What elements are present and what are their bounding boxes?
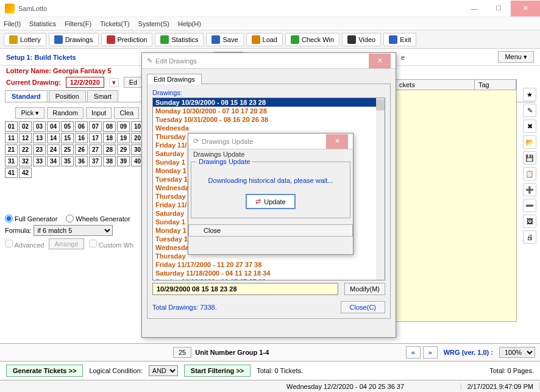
tickets-col-header[interactable]: ckets (396, 80, 475, 90)
number-cell-36[interactable]: 36 (75, 156, 88, 166)
remove-icon[interactable]: ➖ (523, 199, 536, 212)
tab-standard[interactable]: Standard (5, 90, 48, 102)
number-cell-26[interactable]: 26 (75, 144, 88, 155)
menu-system[interactable]: System(S) (138, 20, 169, 27)
number-cell-12[interactable]: 12 (19, 133, 32, 143)
drawing-item[interactable]: Wednesda (153, 124, 385, 132)
number-cell-41[interactable]: 41 (5, 168, 18, 178)
custom-checkbox[interactable]: Custom Wh (89, 240, 134, 249)
advanced-checkbox[interactable]: Advanced (5, 240, 44, 249)
generate-tickets-button[interactable]: Generate Tickets >> (6, 365, 83, 377)
close-button[interactable]: ✕ (511, 1, 540, 16)
number-cell-06[interactable]: 06 (75, 121, 88, 132)
formula-select[interactable]: if 6 match 5 (34, 225, 113, 236)
number-cell-01[interactable]: 01 (5, 121, 18, 132)
number-cell-19[interactable]: 19 (117, 133, 130, 143)
drawing-item[interactable]: Sunday 11/19/2000 - 11 15 17 27 32 (153, 277, 385, 280)
number-cell-42[interactable]: 42 (19, 168, 32, 178)
image-icon[interactable]: 🖼 (523, 215, 536, 228)
number-cell-13[interactable]: 13 (33, 133, 46, 143)
maximize-button[interactable]: ☐ (486, 1, 511, 16)
menu-tickets[interactable]: Tickets(T) (100, 20, 129, 27)
random-button[interactable]: Random (47, 107, 83, 119)
toolbar-lottery-button[interactable]: Lottery (4, 33, 46, 46)
number-cell-39[interactable]: 39 (117, 156, 130, 166)
tag-col-header[interactable]: Tag (475, 80, 516, 90)
modify-button[interactable]: Modify(M) (344, 283, 385, 295)
drawing-item[interactable]: Tuesday 10/31/2000 - 08 16 20 26 38 (153, 115, 385, 124)
current-drawing-value[interactable]: 12/2/2020 (66, 77, 104, 88)
number-cell-14[interactable]: 14 (47, 133, 60, 143)
drawings-scrollbar[interactable] (376, 98, 385, 280)
number-cell-25[interactable]: 25 (61, 144, 74, 155)
tab-position[interactable]: Position (49, 90, 86, 102)
star-icon[interactable]: ★ (523, 88, 536, 101)
toolbar-statistics-button[interactable]: Statistics (155, 33, 204, 46)
number-cell-07[interactable]: 07 (89, 121, 102, 132)
number-cell-18[interactable]: 18 (103, 133, 116, 143)
save-icon[interactable]: 💾 (523, 151, 536, 165)
number-cell-33[interactable]: 33 (33, 156, 46, 166)
number-cell-29[interactable]: 29 (117, 144, 130, 155)
unit-number-value[interactable]: 25 (173, 347, 191, 358)
page-prev-button[interactable]: « (406, 346, 421, 358)
toolbar-prediction-button[interactable]: Prediction (101, 33, 153, 46)
right-menu-button[interactable]: Menu ▾ (498, 51, 534, 63)
number-cell-04[interactable]: 04 (47, 121, 60, 132)
menu-filters[interactable]: Filters(F) (65, 20, 91, 27)
open-icon[interactable]: 📂 (523, 135, 536, 149)
drawing-item[interactable]: Sunday 10/29/2000 - 08 15 18 23 28 (153, 98, 385, 107)
number-cell-03[interactable]: 03 (33, 121, 46, 132)
number-cell-34[interactable]: 34 (47, 156, 60, 166)
number-cell-27[interactable]: 27 (89, 144, 102, 155)
number-cell-21[interactable]: 21 (5, 144, 18, 155)
copy-icon[interactable]: 📋 (523, 167, 536, 180)
number-cell-32[interactable]: 32 (19, 156, 32, 166)
number-cell-31[interactable]: 31 (5, 156, 18, 166)
print-icon[interactable]: 🖨 (523, 230, 536, 244)
clear-button[interactable]: Clea (114, 107, 139, 119)
number-cell-15[interactable]: 15 (61, 133, 74, 143)
delete-icon[interactable]: ✖ (523, 119, 536, 133)
current-drawing-dropdown[interactable]: ▾ (109, 78, 119, 87)
scrollbar-thumb[interactable] (376, 99, 385, 110)
menu-statistics[interactable]: Statistics (29, 20, 56, 27)
drawing-item[interactable]: Monday 10/30/2000 - 07 10 17 20 28 (153, 107, 385, 115)
modify-input[interactable] (152, 283, 338, 295)
number-cell-16[interactable]: 16 (75, 133, 88, 143)
input-button[interactable]: Input (86, 107, 112, 119)
toolbar-exit-button[interactable]: Exit (383, 33, 416, 46)
toolbar-load-button[interactable]: Load (246, 33, 283, 46)
logical-condition-select[interactable]: AND (149, 365, 178, 376)
full-generator-radio[interactable]: Full Generator (5, 215, 57, 223)
toolbar-video-button[interactable]: Video (342, 33, 381, 46)
page-next-button[interactable]: » (423, 346, 438, 358)
edit-close-button[interactable]: Close(C) (341, 301, 385, 313)
wheels-generator-radio[interactable]: Wheels Generator (66, 215, 130, 223)
number-cell-28[interactable]: 28 (103, 144, 116, 155)
edit-button[interactable]: Ed (124, 77, 143, 88)
number-cell-23[interactable]: 23 (33, 144, 46, 155)
update-close-button[interactable]: Close (188, 224, 353, 237)
menu-help[interactable]: Help(H) (178, 20, 201, 27)
number-cell-09[interactable]: 09 (117, 121, 130, 132)
number-cell-24[interactable]: 24 (47, 144, 60, 155)
drawing-item[interactable]: Saturday 11/18/2000 - 04 11 12 18 34 (153, 269, 385, 277)
add-icon[interactable]: ➕ (523, 183, 536, 196)
zoom-select[interactable]: 100% (499, 347, 535, 358)
edit-dialog-close-icon[interactable]: ✕ (369, 54, 391, 68)
minimize-button[interactable]: — (462, 1, 486, 16)
number-cell-22[interactable]: 22 (19, 144, 32, 155)
number-cell-17[interactable]: 17 (89, 133, 102, 143)
drawing-item[interactable]: Friday 11/17/2000 - 11 20 27 37 38 (153, 260, 385, 269)
update-button[interactable]: ⇄Update (246, 194, 295, 209)
number-cell-38[interactable]: 38 (103, 156, 116, 166)
number-cell-37[interactable]: 37 (89, 156, 102, 166)
toolbar-check-win-button[interactable]: Check Win (285, 33, 339, 46)
edit-icon[interactable]: ✎ (523, 104, 536, 117)
number-cell-05[interactable]: 05 (61, 121, 74, 132)
toolbar-drawings-button[interactable]: Drawings (49, 33, 99, 46)
edit-drawings-tab[interactable]: Edit Drawings (147, 74, 202, 84)
number-cell-08[interactable]: 08 (103, 121, 116, 132)
number-cell-35[interactable]: 35 (61, 156, 74, 166)
